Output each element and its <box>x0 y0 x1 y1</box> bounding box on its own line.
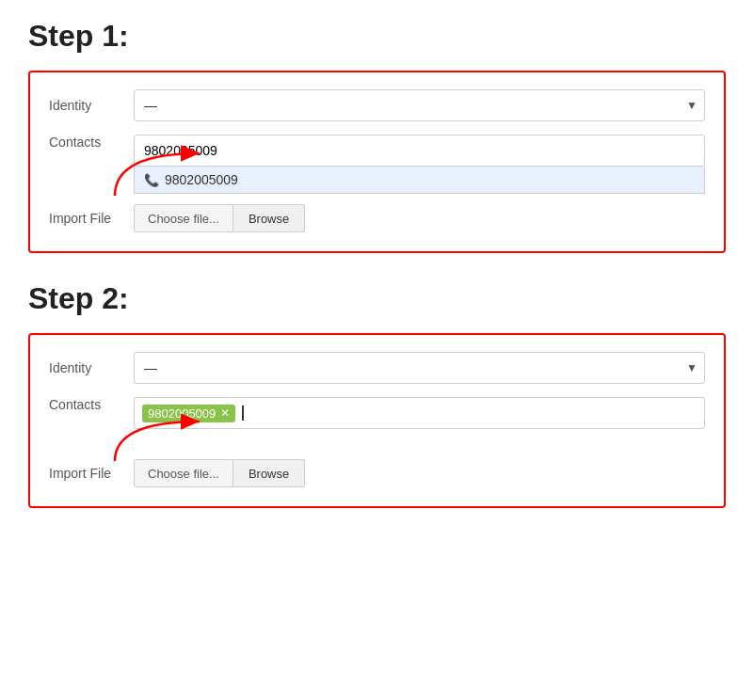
step2-importfile-control: Choose file... Browse <box>134 459 705 487</box>
step1-contacts-control: 📞 9802005009 <box>134 135 705 167</box>
step2-choose-file-btn: Choose file... <box>134 459 233 487</box>
step2-importfile-label: Import File <box>49 466 134 481</box>
step2-tag-value: 9802005009 <box>148 406 216 421</box>
step2-contacts-label: Contacts <box>49 397 134 412</box>
step1-contacts-input[interactable] <box>134 135 705 167</box>
step1-importfile-row: Import File Choose file... Browse <box>49 204 705 232</box>
step1-importfile-label: Import File <box>49 211 134 226</box>
step1-box: Identity — ▼ Contacts 📞 9802005009 <box>28 71 726 253</box>
step1-identity-select-wrapper: — ▼ <box>134 89 705 121</box>
step2-identity-label: Identity <box>49 360 134 375</box>
step1-contacts-row: Contacts 📞 9802005009 <box>49 135 705 167</box>
step2-contacts-row: Contacts 9802005009 ✕ <box>49 397 705 429</box>
step2-browse-button[interactable]: Browse <box>233 459 305 487</box>
step1-importfile-control: Choose file... Browse <box>134 204 705 232</box>
step2-identity-select-wrapper: — ▼ <box>134 352 705 384</box>
step1-file-wrap: Choose file... Browse <box>134 204 705 232</box>
step2-tag-close-icon[interactable]: ✕ <box>220 406 230 420</box>
step2-tag-chip[interactable]: 9802005009 ✕ <box>142 405 235 422</box>
step2-identity-row: Identity — ▼ <box>49 352 705 384</box>
step1-section: Step 1: Identity — ▼ Contacts 📞 <box>28 19 726 253</box>
step1-contacts-label: Contacts <box>49 135 134 150</box>
step2-identity-control: — ▼ <box>134 352 705 384</box>
phone-icon: 📞 <box>144 173 159 187</box>
step1-browse-button[interactable]: Browse <box>233 204 305 232</box>
step1-identity-label: Identity <box>49 98 134 113</box>
step1-identity-control: — ▼ <box>134 89 705 121</box>
step1-suggestion-text: 9802005009 <box>165 172 238 187</box>
step2-cursor <box>242 406 244 421</box>
step1-choose-file-btn: Choose file... <box>134 204 233 232</box>
step2-identity-select[interactable]: — <box>134 352 705 384</box>
step2-heading: Step 2: <box>28 281 726 316</box>
step2-box: Identity — ▼ Contacts 9802005009 ✕ <box>28 333 726 508</box>
step2-contacts-tag-wrap[interactable]: 9802005009 ✕ <box>134 397 705 429</box>
step1-contacts-suggestion[interactable]: 📞 9802005009 <box>134 167 705 194</box>
step1-identity-select[interactable]: — <box>134 89 705 121</box>
step2-file-wrap: Choose file... Browse <box>134 459 705 487</box>
step2-section: Step 2: Identity — ▼ Contacts 9802005009 <box>28 281 726 508</box>
step1-heading: Step 1: <box>28 19 726 54</box>
step2-importfile-row: Import File Choose file... Browse <box>49 459 705 487</box>
step1-identity-row: Identity — ▼ <box>49 89 705 121</box>
step2-contacts-control: 9802005009 ✕ <box>134 397 705 429</box>
